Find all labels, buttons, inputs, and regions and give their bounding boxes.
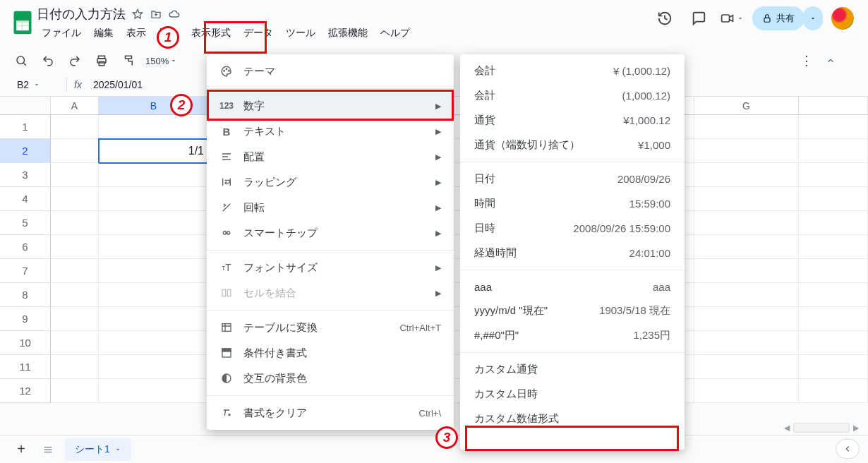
zoom-selector[interactable]: 150% [145, 56, 177, 66]
doc-title[interactable]: 日付の入力方法 [37, 6, 126, 23]
cell-B12[interactable] [99, 379, 209, 403]
cell-A3[interactable] [51, 163, 99, 187]
menu-data[interactable]: データ [239, 24, 278, 42]
col-header-G[interactable]: G [694, 97, 799, 115]
row-header[interactable]: 5 [0, 211, 51, 235]
menu-tools[interactable]: ツール [281, 24, 320, 42]
cell-G6[interactable] [694, 235, 799, 259]
menu-item-fontsize[interactable]: тT フォントサイズ ▶ [207, 255, 454, 280]
menu-help[interactable]: ヘルプ [375, 24, 415, 42]
nf-custom-ymd[interactable]: yyyy/m/d "現在"1903/5/18 現在 [460, 299, 685, 323]
cell-G7[interactable] [694, 259, 799, 283]
cell-A4[interactable] [51, 187, 99, 211]
menu-item-text[interactable]: B テキスト ▶ [207, 119, 454, 144]
cell-G11[interactable] [694, 355, 799, 379]
cell-H2[interactable] [799, 139, 868, 163]
menu-edit[interactable]: 編集 [89, 24, 119, 42]
cell-H12[interactable] [799, 379, 868, 403]
nf-custom-datetime[interactable]: カスタム日時 [460, 382, 685, 407]
row-header[interactable]: 10 [0, 331, 51, 355]
print-icon[interactable] [92, 51, 111, 71]
star-icon[interactable] [131, 8, 144, 20]
cell-A5[interactable] [51, 211, 99, 235]
menu-item-cond-format[interactable]: 条件付き書式 [207, 340, 454, 366]
menu-view[interactable]: 表示 [121, 24, 151, 42]
row-header[interactable]: 3 [0, 163, 51, 187]
nf-accounting-1[interactable]: 会計¥ (1,000.12) [460, 59, 685, 83]
cell-B11[interactable] [99, 355, 209, 379]
select-all-corner[interactable] [0, 97, 51, 115]
move-icon[interactable] [150, 8, 162, 20]
cell-G8[interactable] [694, 283, 799, 307]
collapse-toolbar-icon[interactable] [826, 56, 836, 66]
nf-custom-yen[interactable]: #,##0"円"1,235円 [460, 323, 685, 348]
explore-button[interactable] [836, 439, 860, 459]
cell-B1[interactable] [99, 115, 209, 139]
menu-item-to-table[interactable]: テーブルに変換 Ctrl+Alt+T [207, 315, 454, 340]
row-header[interactable]: 1 [0, 115, 51, 139]
cell-B6[interactable] [99, 235, 209, 259]
cell-A11[interactable] [51, 355, 99, 379]
menu-extensions[interactable]: 拡張機能 [323, 24, 373, 42]
nf-currency-rounded[interactable]: 通貨（端数切り捨て）¥1,000 [460, 133, 685, 157]
sheets-logo[interactable] [8, 6, 37, 40]
all-sheets-icon[interactable] [38, 440, 58, 459]
comment-icon[interactable] [686, 6, 711, 31]
menu-file[interactable]: ファイル [37, 24, 86, 42]
row-header[interactable]: 6 [0, 235, 51, 259]
row-header[interactable]: 9 [0, 307, 51, 331]
cell-A8[interactable] [51, 283, 99, 307]
cell-B3[interactable] [99, 163, 209, 187]
cell-A6[interactable] [51, 235, 99, 259]
cell-H9[interactable] [799, 307, 868, 331]
cell-B9[interactable] [99, 307, 209, 331]
nf-time[interactable]: 時間15:59:00 [460, 191, 685, 216]
cell-B2[interactable]: 1/1 [99, 139, 209, 163]
col-header-H[interactable] [799, 97, 868, 115]
add-sheet-icon[interactable]: + [11, 440, 31, 459]
name-box[interactable]: B2 [17, 79, 59, 90]
share-button[interactable]: 共有 [752, 6, 804, 30]
cell-A10[interactable] [51, 331, 99, 355]
cell-G3[interactable] [694, 163, 799, 187]
nf-duration[interactable]: 経過時間24:01:00 [460, 241, 685, 265]
cell-H5[interactable] [799, 211, 868, 235]
nf-custom-aaa[interactable]: aaaaaa [460, 275, 685, 299]
cell-H6[interactable] [799, 235, 868, 259]
cell-A9[interactable] [51, 307, 99, 331]
cell-B5[interactable] [99, 211, 209, 235]
menu-item-clear-format[interactable]: 書式をクリア Ctrl+\ [207, 400, 454, 426]
nf-custom-number-format[interactable]: カスタム数値形式 [460, 407, 685, 431]
menu-item-rotate[interactable]: 回転 ▶ [207, 195, 454, 220]
undo-icon[interactable] [38, 51, 58, 71]
cell-H1[interactable] [799, 115, 868, 139]
cell-H3[interactable] [799, 163, 868, 187]
row-header[interactable]: 12 [0, 379, 51, 403]
row-header[interactable]: 7 [0, 259, 51, 283]
cell-B8[interactable] [99, 283, 209, 307]
toolbar-overflow-icon[interactable]: ⋮ [800, 53, 813, 68]
redo-icon[interactable] [65, 51, 85, 71]
nf-custom-currency[interactable]: カスタム通貨 [460, 357, 685, 382]
row-header[interactable]: 11 [0, 355, 51, 379]
cloud-status-icon[interactable] [168, 8, 181, 20]
cell-G1[interactable] [694, 115, 799, 139]
paint-format-icon[interactable] [119, 51, 138, 71]
cell-A2[interactable] [51, 139, 99, 163]
cell-H11[interactable] [799, 355, 868, 379]
cell-H10[interactable] [799, 331, 868, 355]
row-header[interactable]: 2 [0, 139, 51, 163]
cell-H4[interactable] [799, 187, 868, 211]
sheet-tab-1[interactable]: シート1 [65, 438, 131, 461]
cell-G9[interactable] [694, 307, 799, 331]
cell-H8[interactable] [799, 283, 868, 307]
menu-item-align[interactable]: 配置 ▶ [207, 144, 454, 169]
meet-button[interactable] [720, 11, 744, 25]
menu-item-smartchip[interactable]: スマートチップ ▶ [207, 220, 454, 246]
cell-B4[interactable] [99, 187, 209, 211]
cell-G4[interactable] [694, 187, 799, 211]
share-dropdown[interactable] [803, 6, 823, 30]
search-icon[interactable] [11, 51, 31, 71]
cell-A12[interactable] [51, 379, 99, 403]
col-header-A[interactable]: A [51, 97, 99, 115]
